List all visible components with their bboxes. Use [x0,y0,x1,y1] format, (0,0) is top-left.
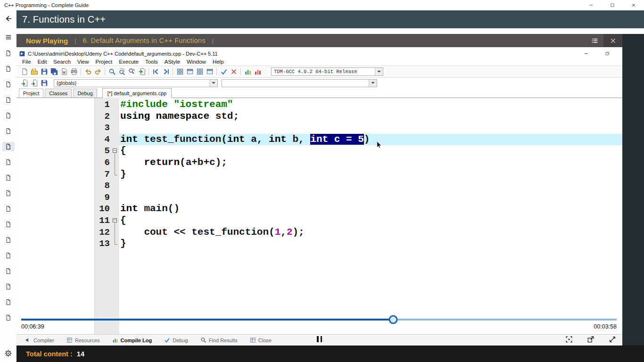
new-file-icon[interactable] [19,67,29,76]
right-panel [622,34,644,346]
report-tab-close[interactable]: Close [250,337,272,343]
close-file-icon[interactable] [59,67,69,76]
lesson-item[interactable] [2,95,15,105]
compiler-profile-select[interactable]: TDM-GCC 4.9.2 64-bit Release [271,67,383,76]
collapse-icon[interactable] [113,148,117,153]
goto-line-icon[interactable] [137,67,147,76]
save-all-icon[interactable] [49,67,59,76]
menu-tools[interactable]: Tools [142,59,161,65]
lesson-item[interactable] [2,157,15,167]
editor-tab[interactable]: [*] default_arguments.cpp [102,88,172,98]
popout-icon[interactable] [586,335,596,344]
redo-icon[interactable] [93,67,103,76]
project-panel[interactable] [17,98,95,334]
menu-execute[interactable]: Execute [116,59,142,65]
toolbar-separator [149,68,149,75]
compile-icon[interactable] [175,67,185,76]
pause-icon [317,336,319,342]
profile-icon[interactable] [243,67,253,76]
report-tab-compile-log[interactable]: Compile Log [112,337,152,343]
video-player[interactable]: C:\Users\admin\Desktop\Udemy C++ Code\de… [17,47,622,346]
replace-icon[interactable] [127,67,137,76]
video-progress-bar[interactable] [21,319,617,321]
syntax-check-icon[interactable] [219,67,229,76]
menu-astyle[interactable]: AStyle [161,59,183,65]
report-tab-debug[interactable]: Debug [164,337,188,343]
window-maximize-button[interactable] [602,0,623,10]
globals-select[interactable]: (globals) [54,79,218,87]
report-tab-resources[interactable]: Resources [66,337,100,343]
delete-profiling-icon[interactable] [253,67,263,76]
lesson-item[interactable] [2,173,15,182]
lesson-item[interactable] [2,189,15,198]
goto-declaration-icon[interactable] [29,78,39,88]
forward-nav-icon[interactable] [161,67,171,76]
lesson-item[interactable] [2,64,15,74]
pause-icon [321,336,322,342]
fold-marker[interactable] [112,145,119,157]
devcpp-restore-icon[interactable] [605,51,610,56]
back-nav-icon[interactable] [151,67,161,76]
panel-tab-classes[interactable]: Classes [45,89,72,98]
menu-edit[interactable]: Edit [34,59,50,65]
lesson-item[interactable] [2,142,15,151]
menu-file[interactable]: File [19,59,34,65]
print-icon[interactable] [69,67,79,76]
panel-tab-debug[interactable]: Debug [73,89,97,98]
close-player-button[interactable] [603,34,622,47]
class-browser-icon[interactable] [39,78,49,88]
lesson-item[interactable] [2,235,15,245]
lesson-item[interactable] [2,313,15,322]
toolbar-separator [105,68,105,75]
lesson-item[interactable] [2,111,15,120]
find-in-files-icon[interactable] [117,67,127,76]
find-icon[interactable] [107,67,117,76]
compile-run-icon[interactable] [195,67,205,76]
window-close-button[interactable] [623,0,644,10]
queue-button[interactable] [586,34,603,47]
menu-help[interactable]: Help [209,59,227,65]
fold-marker[interactable] [112,215,119,227]
lesson-item[interactable] [2,297,15,307]
members-select[interactable] [222,79,377,87]
lesson-item[interactable] [2,126,15,136]
lesson-item[interactable] [2,220,15,229]
open-file-icon[interactable] [29,67,39,76]
lesson-item[interactable] [2,266,15,276]
lesson-item[interactable] [2,251,15,260]
toolbar-separator [216,68,217,75]
abort-icon[interactable] [229,67,239,76]
now-playing-bar: Now Playing | 6. Default Arguments in C+… [17,34,622,47]
devcpp-window-controls [584,51,610,56]
lesson-item[interactable] [2,204,15,214]
menu-button[interactable] [0,30,17,44]
collapse-icon[interactable] [113,218,117,222]
progress-scrubber[interactable] [389,315,398,324]
menu-search[interactable]: Search [50,59,74,65]
devcpp-toolbar: TDM-GCC 4.9.2 64-bit Release [17,66,622,78]
lesson-item[interactable] [2,49,15,58]
panel-tab-project[interactable]: Project [19,89,43,98]
menu-view[interactable]: View [74,59,92,65]
lesson-item[interactable] [2,80,15,89]
report-tab-find-results[interactable]: Find Results [200,337,238,343]
panel-tabs: ProjectClassesDebug [19,89,99,98]
undo-icon[interactable] [83,67,93,76]
rebuild-icon[interactable] [205,67,215,76]
run-icon[interactable] [185,67,195,76]
pause-button[interactable] [313,334,326,344]
code-editor[interactable]: #include "iostream"using namespace std;i… [119,98,622,334]
report-tab-compiler[interactable]: Compiler [25,337,54,343]
lesson-item[interactable] [2,282,15,291]
window-minimize-button[interactable] [580,0,602,10]
document-icon [5,112,11,119]
goto-implementation-icon[interactable] [19,78,29,88]
back-button[interactable] [0,11,17,25]
fullscreen-icon[interactable] [607,335,618,344]
settings-button[interactable] [0,346,17,360]
theater-mode-icon[interactable] [564,335,574,344]
devcpp-minimize-icon[interactable] [584,51,589,56]
menu-project[interactable]: Project [92,59,116,65]
menu-window[interactable]: Window [183,59,209,65]
save-icon[interactable] [39,67,49,76]
